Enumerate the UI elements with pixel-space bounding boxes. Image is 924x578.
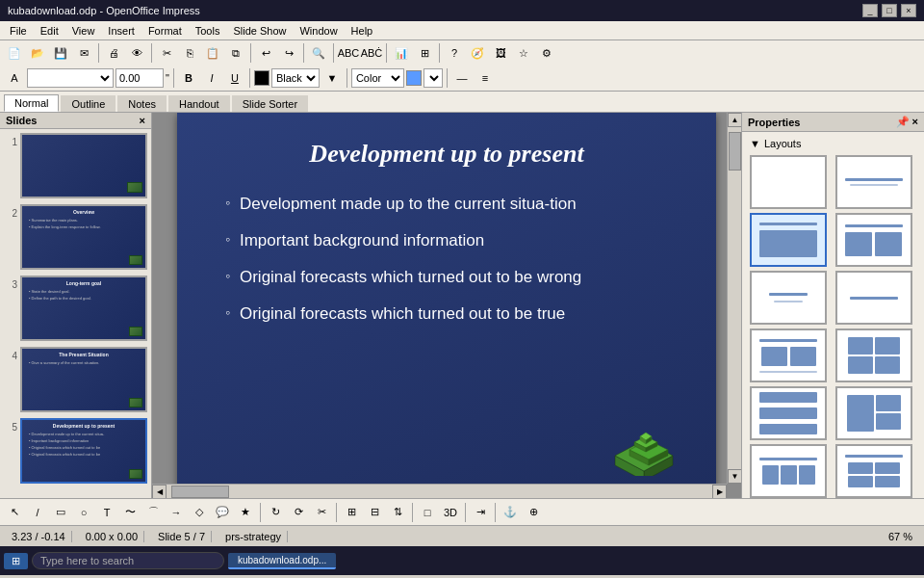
- color-name-select[interactable]: Black: [271, 68, 320, 88]
- tab-handout[interactable]: Handout: [168, 95, 230, 112]
- align-tool[interactable]: ⊞: [341, 502, 362, 523]
- properties-close-icon[interactable]: ×: [912, 116, 918, 128]
- position-tool[interactable]: ⊕: [523, 502, 544, 523]
- layout-grid-3[interactable]: [750, 444, 827, 498]
- font-size-input[interactable]: [116, 68, 164, 88]
- star-button[interactable]: ☆: [513, 42, 534, 64]
- arrows-tool[interactable]: →: [166, 502, 187, 523]
- paste-button[interactable]: 📋: [202, 42, 223, 64]
- horizontal-scrollbar[interactable]: ◀ ▶: [152, 484, 727, 498]
- slide-thumb-1[interactable]: 1: [4, 133, 147, 198]
- scroll-up-arrow[interactable]: ▲: [728, 113, 741, 127]
- italic-button[interactable]: I: [201, 67, 222, 89]
- spellcheck-button[interactable]: ABC: [338, 42, 359, 64]
- text-tool[interactable]: T: [96, 502, 117, 523]
- layout-three-rows[interactable]: [750, 386, 827, 440]
- slide-thumb-2[interactable]: 2 Overview • Summarise the main plans. •…: [4, 204, 147, 270]
- anchor-tool[interactable]: ⚓: [500, 502, 521, 523]
- layouts-collapse-arrow[interactable]: ▼: [750, 138, 760, 149]
- tab-order-tool[interactable]: ⇥: [470, 502, 491, 523]
- slides-close-icon[interactable]: ×: [140, 115, 145, 126]
- menu-window[interactable]: Window: [294, 24, 343, 38]
- shadow-tool[interactable]: □: [417, 502, 438, 523]
- slide-preview-3[interactable]: Long-term goal • State the desired goal.…: [20, 276, 147, 341]
- layout-four-boxes[interactable]: [835, 328, 912, 382]
- maximize-button[interactable]: □: [882, 4, 897, 17]
- slide-preview-4[interactable]: The Present Situation • Give a summary o…: [20, 347, 147, 412]
- clone-button[interactable]: ⧉: [225, 42, 246, 64]
- slide-thumb-5[interactable]: 5 Development up to present • Developmen…: [4, 418, 147, 484]
- scroll-thumb-vertical[interactable]: [729, 132, 741, 171]
- tab-normal[interactable]: Normal: [4, 94, 59, 112]
- slide-canvas[interactable]: Development up to present ◦ Development …: [177, 113, 716, 498]
- menu-help[interactable]: Help: [346, 24, 379, 38]
- taskbar-app-impress[interactable]: kubadownload.odp...: [228, 553, 336, 569]
- table-button[interactable]: ⊞: [414, 42, 435, 64]
- 3d-tool[interactable]: 3D: [440, 502, 461, 523]
- menu-tools[interactable]: Tools: [190, 24, 226, 38]
- spellcheck2-button[interactable]: ABĊ: [361, 42, 382, 64]
- email-button[interactable]: ✉: [73, 42, 94, 64]
- line-tool[interactable]: /: [27, 502, 48, 523]
- layout-title-content[interactable]: [750, 213, 827, 267]
- font-effects-button[interactable]: A: [4, 67, 25, 89]
- taskbar-search[interactable]: Type here to search: [32, 552, 224, 569]
- undo-button[interactable]: ↩: [255, 42, 276, 64]
- gallery-button[interactable]: 🖼: [490, 42, 511, 64]
- new-button[interactable]: 📄: [4, 42, 25, 64]
- slide-preview-1[interactable]: [20, 133, 147, 198]
- scroll-right-arrow[interactable]: ▶: [712, 485, 727, 498]
- print-button[interactable]: 🖨: [103, 42, 124, 64]
- tab-slide-sorter[interactable]: Slide Sorter: [232, 95, 308, 112]
- help-button[interactable]: ?: [444, 42, 465, 64]
- bold-button[interactable]: B: [178, 67, 199, 89]
- menu-format[interactable]: Format: [142, 24, 188, 38]
- fill-color-select[interactable]: [424, 68, 443, 88]
- cut-button[interactable]: ✂: [156, 42, 177, 64]
- properties-pin-icon[interactable]: 📌: [896, 116, 910, 128]
- layout-blank[interactable]: [750, 155, 827, 209]
- layout-two-row-right[interactable]: [835, 386, 912, 440]
- layout-header-two-col[interactable]: [750, 328, 827, 382]
- vertical-scrollbar[interactable]: ▲ ▼: [727, 113, 741, 484]
- line-width-button[interactable]: ≡: [475, 67, 496, 89]
- ellipse-tool[interactable]: ○: [73, 502, 94, 523]
- preview-button[interactable]: 👁: [126, 42, 147, 64]
- rotate-tool[interactable]: ↻: [265, 502, 286, 523]
- copy-button[interactable]: ⎘: [179, 42, 200, 64]
- menu-insert[interactable]: Insert: [102, 24, 141, 38]
- layout-two-col[interactable]: [835, 213, 912, 267]
- open-button[interactable]: 📂: [27, 42, 48, 64]
- arrow-tool[interactable]: ↖: [4, 502, 25, 523]
- menu-slideshow[interactable]: Slide Show: [227, 24, 292, 38]
- crop-tool[interactable]: ✂: [311, 502, 332, 523]
- menu-file[interactable]: File: [4, 24, 33, 38]
- slides-list[interactable]: 1 2 Overview • Summarise the main plans.…: [0, 129, 151, 498]
- layout-line-center[interactable]: [835, 271, 912, 325]
- start-button[interactable]: ⊞: [4, 553, 28, 569]
- flowchart-tool[interactable]: ◇: [189, 502, 210, 523]
- scroll-thumb-horizontal[interactable]: [171, 486, 229, 498]
- font-name-select[interactable]: [27, 68, 114, 88]
- slide-preview-2[interactable]: Overview • Summarise the main plans. • E…: [20, 204, 147, 270]
- minimize-button[interactable]: _: [862, 4, 878, 17]
- find-button[interactable]: 🔍: [308, 42, 329, 64]
- line-style-button[interactable]: —: [451, 67, 473, 89]
- underline-button[interactable]: U: [224, 67, 245, 89]
- flip-tool[interactable]: ⇅: [387, 502, 408, 523]
- connector-tool[interactable]: ⌒: [142, 502, 164, 523]
- group-tool[interactable]: ⊟: [364, 502, 385, 523]
- layout-grid-4[interactable]: [835, 444, 912, 498]
- macro-button[interactable]: ⚙: [536, 42, 557, 64]
- tab-outline[interactable]: Outline: [61, 95, 116, 112]
- chart-button[interactable]: 📊: [391, 42, 412, 64]
- layout-title-only[interactable]: [835, 155, 912, 209]
- scroll-down-arrow[interactable]: ▼: [728, 469, 741, 484]
- color-type-select[interactable]: Color: [351, 68, 404, 88]
- navigator-button[interactable]: 🧭: [467, 42, 488, 64]
- free-rotate-tool[interactable]: ⟳: [288, 502, 309, 523]
- redo-button[interactable]: ↪: [278, 42, 299, 64]
- slide-thumb-3[interactable]: 3 Long-term goal • State the desired goa…: [4, 276, 147, 341]
- menu-view[interactable]: View: [66, 24, 101, 38]
- layout-centered[interactable]: [750, 271, 827, 325]
